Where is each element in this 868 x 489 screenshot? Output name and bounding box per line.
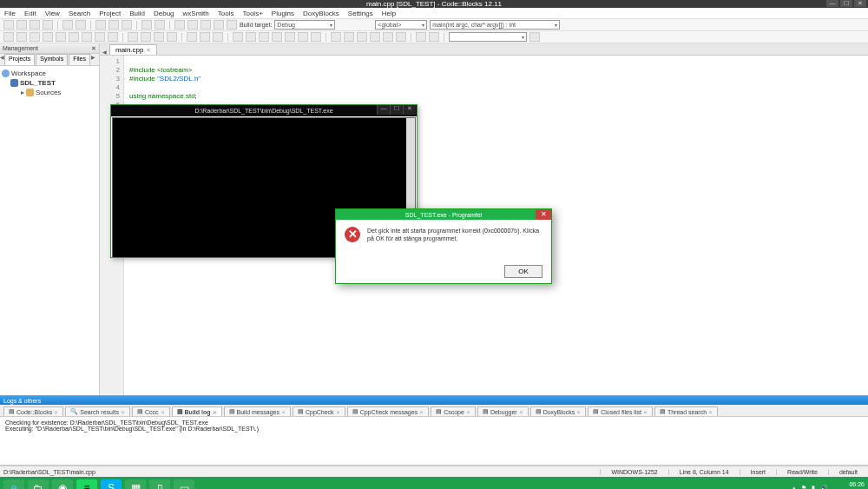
taskbar-window-icon[interactable]: ▭ [174,479,194,489]
menu-debug[interactable]: Debug [149,10,179,17]
log-tab-cccc[interactable]: ▤Cccc✕ [132,406,170,416]
log-tab-codeblocks[interactable]: ▤Code::Blocks✕ [3,406,63,416]
misc5-icon[interactable] [383,32,393,42]
search-go-icon[interactable] [529,32,540,42]
tree-sources[interactable]: ▸Sources [2,88,97,97]
log-tab-buildmsg[interactable]: ▤Build messages✕ [224,406,291,416]
tray-sound-icon[interactable]: 🔊 [820,485,828,489]
tray-flag-icon[interactable]: ⚑ [801,485,806,489]
doxy-config-icon[interactable] [311,32,321,42]
taskbar-explorer-icon[interactable]: 🗀 [28,479,49,489]
doxy-icon[interactable] [233,32,243,42]
close-icon[interactable]: ✕ [519,409,523,415]
find-icon[interactable] [141,20,152,30]
doxy-line-icon[interactable] [259,32,269,42]
log-tab-doxy[interactable]: ▤DoxyBlocks✕ [530,406,587,416]
menu-plugins[interactable]: Plugins [267,10,299,17]
save-all-icon[interactable] [43,20,53,30]
save-icon[interactable] [30,20,40,30]
menu-view[interactable]: View [41,10,64,17]
close-icon[interactable]: ✕ [161,409,165,415]
panel-close-icon[interactable]: ✕ [91,45,96,52]
new-file-icon[interactable] [3,20,14,30]
build-run-icon[interactable] [201,20,211,30]
taskbar-ie-icon[interactable]: e [3,479,24,489]
menu-file[interactable]: File [0,10,20,17]
console-maximize-button[interactable]: ☐ [390,105,403,115]
log-tab-closedfiles[interactable]: ▤Closed files list✕ [588,406,653,416]
jump-icon[interactable] [167,32,177,42]
error-title-bar[interactable]: SDL_TEST.exe - Programfel ✕ [336,209,551,220]
log-body[interactable]: Checking for existence: D:\Raderbar\SDL_… [0,417,868,466]
close-icon[interactable]: ✕ [466,409,470,415]
menu-build[interactable]: Build [125,10,149,17]
break-debugger-icon[interactable] [95,32,105,42]
log-tab-debugger[interactable]: ▤Debugger✕ [477,406,529,416]
ok-button[interactable]: OK [504,265,542,278]
doxy-run-icon[interactable] [272,32,282,42]
next-bookmark-icon[interactable] [213,32,223,42]
tab-projects[interactable]: Projects [4,54,35,65]
copy-icon[interactable] [108,20,119,30]
regex-icon[interactable] [429,32,439,42]
tree-project[interactable]: SDL_TEST [2,78,97,88]
project-tree[interactable]: Workspace SDL_TEST ▸Sources [0,66,99,395]
misc4-icon[interactable] [370,32,380,42]
build-icon[interactable] [174,20,185,30]
close-icon[interactable]: ✕ [121,409,125,415]
menu-toolsplus[interactable]: Tools+ [238,10,266,17]
close-icon[interactable]: ✕ [54,409,58,415]
debug-icon[interactable] [3,32,14,42]
tray-up-icon[interactable]: ▴ [792,485,796,489]
misc6-icon[interactable] [396,32,406,42]
rebuild-icon[interactable] [214,20,224,30]
undo-icon[interactable] [62,20,73,30]
tab-files[interactable]: Files [69,54,90,65]
tab-symbols[interactable]: Symbols [36,54,68,65]
menu-project[interactable]: Project [95,10,125,17]
step-out-icon[interactable] [56,32,66,42]
log-tab-search[interactable]: 🔍Search results✕ [65,406,130,416]
close-button[interactable]: ✕ [854,0,866,7]
taskbar-codeblocks-icon[interactable]: ▦ [125,479,146,489]
step-into-instr-icon[interactable] [82,32,92,42]
maximize-button[interactable]: ☐ [840,0,852,7]
open-icon[interactable] [16,20,27,30]
expand-icon[interactable]: ▸ [21,89,24,96]
run-icon[interactable] [187,20,198,30]
misc3-icon[interactable] [357,32,367,42]
close-icon[interactable]: ✕ [708,409,713,415]
log-tab-buildlog[interactable]: ▤Build log✕ [172,406,222,416]
doxy-chm-icon[interactable] [298,32,308,42]
run-to-cursor-icon[interactable] [16,32,27,42]
toggle-bookmark-icon[interactable] [187,32,197,42]
cut-icon[interactable] [95,20,106,30]
tray-clock[interactable]: 06:26 2013-09-11 [833,481,865,489]
forward-icon[interactable] [141,32,151,42]
menu-help[interactable]: Help [378,10,400,17]
next-line-icon[interactable] [30,32,40,42]
redo-icon[interactable] [76,20,86,30]
replace-icon[interactable] [155,20,165,30]
back-icon[interactable] [128,32,138,42]
close-icon[interactable]: ✕ [419,409,424,415]
log-tab-cppcheck[interactable]: ▤CppCheck✕ [293,406,345,416]
close-icon[interactable]: ✕ [643,409,648,415]
stop-debugger-icon[interactable] [108,32,118,42]
misc-icon[interactable] [331,32,341,42]
console-close-button[interactable]: ✕ [403,105,416,115]
minimize-button[interactable]: — [826,0,838,7]
log-tab-cppcheckmsg[interactable]: ▤CppCheck messages✕ [347,406,430,416]
next-instr-icon[interactable] [69,32,79,42]
close-icon[interactable]: ✕ [336,409,340,415]
close-icon[interactable]: ✕ [213,409,217,415]
menu-wxsmith[interactable]: wxSmith [179,10,214,17]
misc2-icon[interactable] [344,32,354,42]
step-into-icon[interactable] [43,32,53,42]
logs-header[interactable]: Logs & others [0,395,868,405]
taskbar-chrome-icon[interactable]: ◉ [52,479,73,489]
tray-network-icon[interactable]: ▮ [812,485,815,489]
editor-tab-main[interactable]: main.cpp ✕ [109,44,157,55]
error-close-button[interactable]: ✕ [536,209,551,220]
menu-doxy[interactable]: DoxyBlocks [299,10,344,17]
